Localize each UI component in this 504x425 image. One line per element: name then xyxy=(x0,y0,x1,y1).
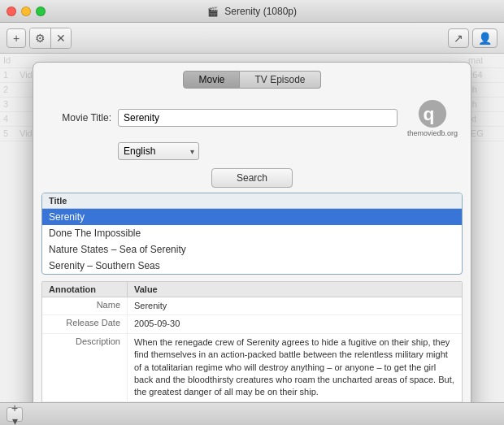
movie-tab[interactable]: Movie xyxy=(183,71,240,89)
details-header-row: Annotation Value xyxy=(42,282,462,297)
maximize-button[interactable] xyxy=(36,7,46,16)
movie-title-row: Movie Title: q themoviedb.org xyxy=(33,95,471,141)
language-select[interactable]: English xyxy=(118,142,199,160)
details-name-row: Name Serenity xyxy=(42,297,462,315)
search-dialog: Movie TV Episode Movie Title: q themovie… xyxy=(33,62,471,425)
window-title: 🎬 Serenity (1080p) xyxy=(207,6,297,17)
details-release-row: Release Date 2005-09-30 xyxy=(42,315,462,333)
window-icon: 🎬 xyxy=(207,7,219,16)
description-annotation: Description xyxy=(42,334,128,401)
tmdb-icon: q xyxy=(416,98,449,129)
release-value: 2005-09-30 xyxy=(128,315,462,332)
share-button[interactable]: ↗ xyxy=(448,28,469,48)
title-bar: 🎬 Serenity (1080p) xyxy=(0,0,504,23)
svg-text:q: q xyxy=(424,103,435,124)
result-item-serenity-southern[interactable]: Serenity – Southern Seas xyxy=(42,258,462,274)
value-col-header: Value xyxy=(128,282,462,297)
annotation-col-header: Annotation xyxy=(42,282,128,297)
tmdb-text: themoviedb.org xyxy=(407,129,458,137)
language-row: English xyxy=(33,141,471,163)
toolbar-right: ↗ 👤 xyxy=(448,28,497,48)
result-item-serenity[interactable]: Serenity xyxy=(42,209,462,225)
release-annotation: Release Date xyxy=(42,315,128,332)
minimize-button[interactable] xyxy=(21,7,31,16)
details-description-row: Description When the renegade crew of Se… xyxy=(42,334,462,402)
bottom-add-button[interactable]: + ▾ xyxy=(7,407,23,422)
account-button[interactable]: 👤 xyxy=(472,28,497,48)
stop-button[interactable]: ✕ xyxy=(51,28,71,48)
traffic-lights xyxy=(7,7,46,16)
result-item-nature-states[interactable]: Nature States – Sea of Serenity xyxy=(42,241,462,258)
results-list: Title Serenity Done The Impossible Natur… xyxy=(41,193,463,275)
name-annotation: Name xyxy=(42,297,128,314)
add-button[interactable]: + xyxy=(7,28,26,48)
description-value: When the renegade crew of Serenity agree… xyxy=(128,334,462,401)
settings-group: ⚙ ✕ xyxy=(29,28,72,49)
segment-control: Movie TV Episode xyxy=(33,63,471,95)
results-header: Title xyxy=(42,193,462,209)
result-item-done-impossible[interactable]: Done The Impossible xyxy=(42,225,462,241)
language-select-wrapper: English xyxy=(118,142,199,160)
tmdb-logo: q themoviedb.org xyxy=(407,98,458,137)
tv-episode-tab[interactable]: TV Episode xyxy=(240,71,320,89)
movie-title-label: Movie Title: xyxy=(46,112,111,124)
close-button[interactable] xyxy=(7,7,16,16)
main-content: Id mat 1 Video Track 1.264 2 2 ch 3 6 ch… xyxy=(0,54,504,425)
name-value: Serenity xyxy=(128,297,462,314)
search-button[interactable]: Search xyxy=(211,168,293,188)
settings-button[interactable]: ⚙ xyxy=(30,28,51,48)
search-row: Search xyxy=(33,163,471,193)
dialog-overlay: Movie TV Episode Movie Title: q themovie… xyxy=(0,54,504,425)
movie-title-input[interactable] xyxy=(118,109,398,127)
bottom-toolbar: + ▾ xyxy=(0,402,504,425)
toolbar: + ⚙ ✕ ↗ 👤 xyxy=(0,23,504,54)
